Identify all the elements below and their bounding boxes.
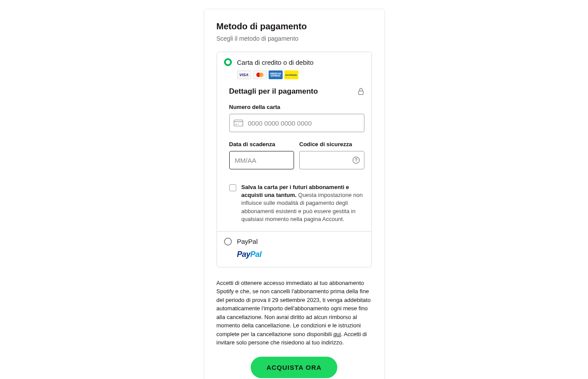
payment-card: Metodo di pagamento Scegli il metodo di … xyxy=(204,9,385,379)
section-subtitle: Scegli il metodo di pagamento xyxy=(217,35,372,42)
paypal-logo-pal: Pal xyxy=(250,250,262,259)
terms-text: Accetti di ottenere accesso immediato al… xyxy=(217,279,372,347)
help-icon[interactable] xyxy=(352,156,360,164)
paypal-option-header: PayPal xyxy=(224,238,364,246)
visa-icon: VISA xyxy=(237,70,251,79)
card-logos: VISA AMERICAN EXPRESS postepay xyxy=(237,70,364,79)
card-icon xyxy=(234,119,243,126)
card-radio[interactable] xyxy=(224,58,232,66)
save-card-text: Salva la carta per i futuri abbonamenti … xyxy=(242,183,364,223)
paypal-option-label: PayPal xyxy=(237,238,258,245)
amex-icon: AMERICAN EXPRESS xyxy=(269,70,283,79)
terms-before: Accetti di ottenere accesso immediato al… xyxy=(217,280,371,337)
payment-method-card[interactable]: Carta di credito o di debito VISA AMERIC… xyxy=(217,52,371,231)
expiry-input[interactable] xyxy=(229,151,294,169)
card-option-label: Carta di credito o di debito xyxy=(237,59,314,66)
paypal-logo-icon: PayPal xyxy=(237,250,364,259)
details-header: Dettagli per il pagamento xyxy=(229,87,364,96)
expiry-label: Data di scadenza xyxy=(229,141,294,147)
svg-point-6 xyxy=(356,161,356,162)
svg-rect-0 xyxy=(358,91,363,95)
card-number-input[interactable] xyxy=(229,114,364,132)
svg-rect-1 xyxy=(234,120,243,126)
card-number-field: Numero della carta xyxy=(229,104,364,132)
card-option-header: Carta di credito o di debito xyxy=(224,58,364,66)
cvc-label: Codice di sicurezza xyxy=(299,141,364,147)
payment-method-paypal[interactable]: PayPal PayPal xyxy=(217,231,371,267)
mastercard-icon xyxy=(253,70,267,79)
postepay-icon: postepay xyxy=(284,70,298,79)
paypal-radio[interactable] xyxy=(224,238,232,246)
buy-now-button[interactable]: ACQUISTA ORA xyxy=(251,357,337,378)
lock-icon xyxy=(357,88,364,95)
paypal-logo-pay: Pay xyxy=(237,250,251,259)
payment-method-group: Carta di credito o di debito VISA AMERIC… xyxy=(217,52,372,267)
expiry-field: Data di scadenza xyxy=(229,141,294,169)
cvc-field: Codice di sicurezza xyxy=(299,141,364,169)
save-card-checkbox[interactable] xyxy=(229,184,236,191)
terms-link[interactable]: qui xyxy=(333,331,341,337)
details-title: Dettagli per il pagamento xyxy=(229,87,318,96)
section-title: Metodo di pagamento xyxy=(217,21,372,32)
save-card-row: Salva la carta per i futuri abbonamenti … xyxy=(229,183,364,223)
payment-details: Dettagli per il pagamento Numero della c… xyxy=(229,87,364,223)
card-number-label: Numero della carta xyxy=(229,104,364,110)
